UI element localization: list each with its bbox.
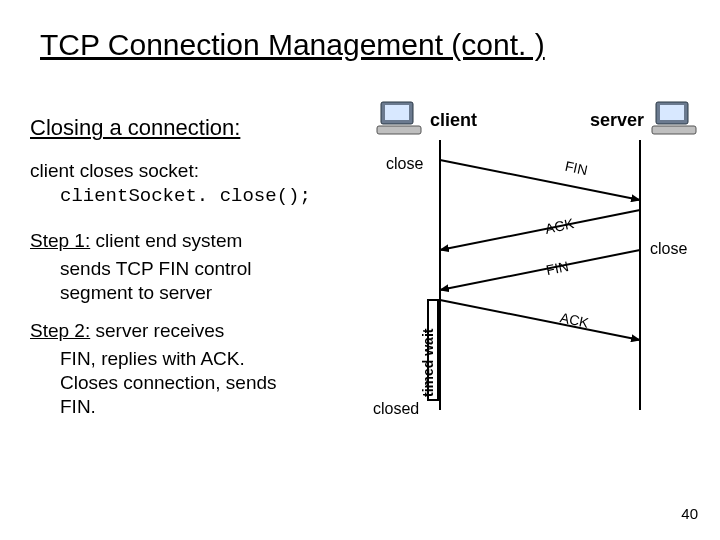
event-close-client: close: [386, 155, 423, 173]
step2-line-2: FIN, replies with ACK.: [60, 348, 245, 370]
step1-line-2: sends TCP FIN control: [60, 258, 251, 280]
state-timed-wait: timed wait: [420, 329, 436, 397]
slide: TCP Connection Management (cont. ) Closi…: [0, 0, 720, 540]
step2-line-1: Step 2: server receives: [30, 320, 224, 342]
step2-tail: server receives: [90, 320, 224, 341]
step1-line-1: Step 1: client end system: [30, 230, 242, 252]
svg-line-9: [440, 210, 640, 250]
svg-rect-4: [660, 105, 684, 120]
step2-line-4: FIN.: [60, 396, 96, 418]
page-number: 40: [681, 505, 698, 522]
slide-title: TCP Connection Management (cont. ): [40, 28, 545, 62]
svg-rect-1: [385, 105, 409, 120]
step1-line-3: segment to server: [60, 282, 212, 304]
step1-tail: client end system: [90, 230, 242, 251]
socket-line-2: clientSocket. close();: [60, 185, 311, 207]
step2-line-3: Closes connection, sends: [60, 372, 277, 394]
section-subtitle: Closing a connection:: [30, 115, 240, 141]
computer-icon: [375, 98, 423, 138]
step2-heading: Step 2:: [30, 320, 90, 341]
svg-line-8: [440, 160, 640, 200]
svg-line-10: [440, 250, 640, 290]
svg-rect-5: [652, 126, 696, 134]
socket-line-1: client closes socket:: [30, 160, 199, 182]
svg-line-11: [440, 300, 640, 340]
state-closed: closed: [373, 400, 419, 418]
svg-rect-2: [377, 126, 421, 134]
event-close-server: close: [650, 240, 687, 258]
step1-heading: Step 1:: [30, 230, 90, 251]
sequence-diagram: [370, 140, 690, 440]
computer-icon: [650, 98, 698, 138]
participant-server-label: server: [590, 110, 644, 131]
participant-client-label: client: [430, 110, 477, 131]
